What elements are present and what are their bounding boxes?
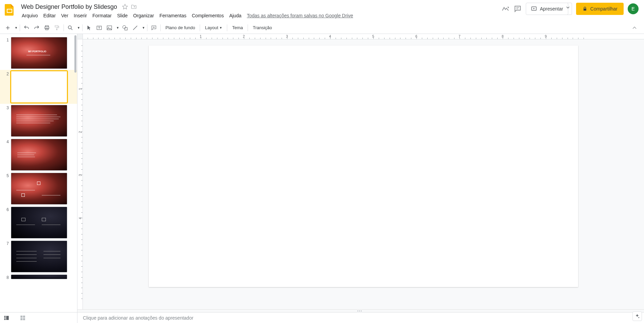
svg-rect-10	[56, 29, 57, 30]
chevron-down-icon: ▼	[15, 26, 18, 30]
line-dropdown[interactable]: ▼	[141, 23, 145, 32]
notes-resize-handle[interactable]	[77, 309, 644, 312]
slide-thumbnail-5[interactable]: 5	[0, 172, 77, 206]
app-header: Web Designer Portfolio by Slidesgo Arqui…	[0, 0, 644, 22]
ruler-tick: 3	[286, 35, 288, 38]
app-logo[interactable]	[3, 3, 16, 16]
lock-icon	[582, 6, 588, 12]
slide-number: 2	[3, 71, 9, 103]
svg-point-11	[68, 26, 71, 29]
menu-arquivo[interactable]: Arquivo	[19, 12, 40, 20]
menu-ver[interactable]: Ver	[58, 12, 71, 20]
slides-logo-icon	[3, 3, 16, 16]
svg-rect-20	[6, 316, 9, 320]
menu-slide[interactable]: Slide	[114, 12, 130, 20]
ruler-tick: 7	[459, 35, 461, 38]
menu-organizar[interactable]: Organizar	[130, 12, 157, 20]
chevron-down-icon	[566, 6, 570, 9]
menu-complementos[interactable]: Complementos	[189, 12, 227, 20]
slide-number: 7	[3, 241, 9, 272]
toolbar: ▼ ▼ ▼ ▼ Plano de fundo Layout▼ Tema Tran…	[0, 22, 644, 34]
slide-thumbnail-3[interactable]: 3	[0, 104, 77, 138]
slide-thumbnail-6[interactable]: 6	[0, 206, 77, 240]
menu-ajuda[interactable]: Ajuda	[227, 12, 244, 20]
document-title[interactable]: Web Designer Portfolio by Slidesgo	[19, 3, 119, 11]
comment-button[interactable]	[149, 23, 159, 32]
slide-number: 8	[3, 274, 9, 280]
slide-thumbnail-1[interactable]: 1 MY PORTFOLIO	[0, 36, 77, 70]
filmstrip[interactable]: 1 MY PORTFOLIO 2 3 4	[0, 34, 77, 323]
header-actions: Apresentar Compartilhar E	[501, 3, 641, 15]
speaker-notes[interactable]: Clique para adicionar as anotações do ap…	[77, 312, 644, 323]
explore-button[interactable]	[632, 311, 642, 321]
star-icon[interactable]	[122, 4, 128, 10]
move-to-folder-icon[interactable]	[131, 4, 137, 10]
zoom-icon	[67, 25, 73, 31]
share-button[interactable]: Compartilhar	[576, 3, 624, 15]
zoom-dropdown[interactable]: ▼	[76, 23, 80, 32]
redo-button[interactable]	[32, 23, 41, 32]
slide-canvas[interactable]	[149, 45, 578, 287]
present-button[interactable]: Apresentar	[526, 3, 568, 15]
new-slide-dropdown[interactable]: ▼	[13, 23, 18, 32]
menu-bar: Arquivo Editar Ver Inserir Formatar Slid…	[19, 12, 501, 20]
background-button[interactable]: Plano de fundo	[162, 23, 198, 32]
layout-button[interactable]: Layout▼	[201, 23, 226, 32]
present-dropdown[interactable]	[564, 3, 572, 15]
vertical-ruler[interactable]: 1234	[77, 39, 83, 309]
canvas-viewport[interactable]	[83, 39, 644, 309]
paint-format-button[interactable]	[52, 23, 62, 32]
undo-button[interactable]	[22, 23, 31, 32]
filmstrip-view-icon[interactable]	[3, 315, 10, 321]
image-dropdown[interactable]: ▼	[115, 23, 120, 32]
svg-rect-1	[7, 10, 12, 12]
share-label: Compartilhar	[590, 6, 618, 12]
slide-thumbnail-2[interactable]: 2	[0, 70, 77, 104]
svg-rect-8	[46, 28, 48, 30]
horizontal-ruler[interactable]: 123456789	[83, 34, 644, 39]
slide-number: 4	[3, 139, 9, 171]
slide-thumbnail-4[interactable]: 4	[0, 138, 77, 172]
svg-point-15	[123, 25, 126, 28]
shape-tool[interactable]	[120, 23, 130, 32]
ruler-tick: 2	[78, 131, 82, 133]
filmstrip-scrollbar[interactable]	[74, 35, 76, 73]
transition-button[interactable]: Transição	[249, 23, 275, 32]
select-tool[interactable]	[84, 23, 94, 32]
activity-icon[interactable]	[501, 5, 509, 13]
ruler-tick: 2	[243, 35, 245, 38]
image-tool[interactable]	[105, 23, 114, 32]
collapse-toolbar-icon[interactable]	[631, 24, 638, 31]
slide-thumbnail-7[interactable]: 7	[0, 240, 77, 273]
paint-roller-icon	[54, 25, 60, 31]
svg-rect-23	[20, 318, 22, 320]
shape-icon	[122, 25, 128, 31]
slide-thumbnail-8[interactable]: 8	[0, 273, 77, 281]
ruler-tick: 4	[329, 35, 331, 38]
print-button[interactable]	[42, 23, 52, 32]
textbox-tool[interactable]	[94, 23, 104, 32]
menu-ferramentas[interactable]: Ferramentas	[157, 12, 189, 20]
theme-button[interactable]: Tema	[229, 23, 246, 32]
undo-icon	[23, 25, 30, 31]
comments-icon[interactable]	[514, 5, 522, 13]
menu-formatar[interactable]: Formatar	[90, 12, 114, 20]
slide-number: 3	[3, 105, 9, 137]
new-slide-button[interactable]	[3, 23, 13, 32]
canvas-area: 123456789 1234 Clique para adicionar as …	[77, 34, 644, 323]
svg-point-14	[108, 27, 109, 27]
menu-editar[interactable]: Editar	[40, 12, 58, 20]
chevron-down-icon: ▼	[219, 26, 222, 30]
zoom-button[interactable]	[66, 23, 75, 32]
grid-view-icon[interactable]	[20, 315, 26, 321]
menu-inserir[interactable]: Inserir	[71, 12, 90, 20]
user-avatar[interactable]: E	[628, 3, 639, 14]
save-status[interactable]: Todas as alterações foram salvas no Goog…	[247, 13, 353, 18]
main-area: 1 MY PORTFOLIO 2 3 4	[0, 34, 644, 323]
cursor-icon	[86, 25, 92, 31]
ruler-tick: 6	[415, 35, 417, 38]
ruler-corner	[77, 34, 83, 39]
line-tool[interactable]	[130, 23, 140, 32]
present-label: Apresentar	[540, 6, 563, 12]
present-icon	[531, 6, 537, 12]
